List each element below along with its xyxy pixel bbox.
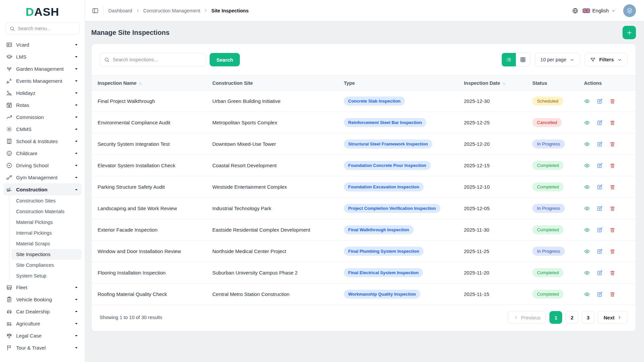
inspections-search-input[interactable] [113, 57, 202, 62]
page-button-3[interactable]: 3 [582, 311, 594, 324]
edit-button[interactable] [597, 248, 603, 254]
view-button[interactable] [584, 227, 590, 233]
globe-icon[interactable] [572, 7, 579, 14]
list-view-button[interactable] [502, 53, 516, 66]
table-row: Security System Integration TestDowntown… [92, 133, 636, 155]
view-button[interactable] [584, 205, 590, 212]
delete-button[interactable] [609, 98, 615, 104]
edit-button[interactable] [597, 98, 603, 104]
cell-inspection-date: 2025-11-30 [458, 219, 526, 241]
sidebar-item-school-institutes[interactable]: School & Institutes [3, 135, 82, 147]
sidebar-search-input[interactable] [18, 26, 80, 31]
sidebar-item-cmms[interactable]: CMMS [3, 123, 82, 135]
delete-button[interactable] [609, 141, 615, 147]
cell-inspection-name: Elevator System Installation Check [92, 155, 206, 176]
edit-button[interactable] [597, 141, 603, 147]
view-button[interactable] [584, 248, 590, 254]
sidebar-subitem-site-compliances[interactable]: Site Compliances [11, 260, 82, 270]
delete-button[interactable] [609, 163, 615, 169]
sidebar-item-driving-school[interactable]: Driving School [3, 159, 82, 171]
sidebar-item-fleet[interactable]: Fleet [3, 281, 82, 293]
sort-icon[interactable]: ↑↓ [139, 81, 142, 86]
sidebar-item-commission[interactable]: Commission [3, 111, 82, 123]
chevron-down-icon [74, 115, 79, 120]
view-button[interactable] [584, 291, 590, 297]
view-button[interactable] [584, 141, 590, 147]
sidebar-subitem-site-inspections[interactable]: Site Inspections [11, 249, 82, 260]
previous-page-button[interactable]: Previous [508, 311, 546, 324]
pagination: Previous 123 Next [508, 311, 628, 324]
type-badge: Structural Steel Framework Inspection [344, 139, 432, 148]
edit-button[interactable] [597, 120, 603, 126]
delete-button[interactable] [609, 205, 615, 212]
delete-button[interactable] [609, 270, 615, 276]
sidebar-item-rotas[interactable]: Rotas [3, 99, 82, 111]
sidebar-item-holidayz[interactable]: Holidayz [3, 87, 82, 99]
edit-icon [597, 120, 603, 126]
sidebar-subitem-material-pickings[interactable]: Material Pickings [11, 217, 82, 228]
breadcrumb-construction-management[interactable]: Construction Management [143, 8, 200, 13]
view-button[interactable] [584, 270, 590, 276]
view-button[interactable] [584, 163, 590, 169]
page-button-2[interactable]: 2 [566, 311, 578, 324]
sidebar-subitem-construction-sites[interactable]: Construction Sites [11, 195, 82, 206]
language-selector[interactable]: English [583, 8, 616, 13]
edit-icon [597, 163, 603, 169]
type-badge: Foundation Excavation Inspection [344, 182, 424, 191]
next-page-button[interactable]: Next [598, 311, 628, 324]
search-button[interactable]: Search [210, 53, 240, 66]
delete-button[interactable] [609, 227, 615, 233]
filters-label: Filters [599, 57, 614, 62]
chevron-down-icon [611, 8, 616, 13]
sidebar-subitem-construction-materials[interactable]: Construction Materials [11, 206, 82, 217]
sidebar-item-legal-case[interactable]: Legal Case [3, 329, 82, 342]
delete-button[interactable] [609, 291, 615, 297]
filters-button[interactable]: Filters [585, 53, 628, 66]
edit-button[interactable] [597, 270, 603, 276]
sort-icon[interactable]: ↑↓ [502, 81, 505, 86]
view-button[interactable] [584, 184, 590, 190]
breadcrumb-dashboard[interactable]: Dashboard [108, 8, 132, 13]
delete-button[interactable] [609, 248, 615, 254]
col-header-inspection-name[interactable]: Inspection Name↑↓ [92, 76, 206, 90]
sidebar-subitem-internal-pickings[interactable]: Internal Pickings [11, 228, 82, 238]
edit-button[interactable] [597, 184, 603, 190]
sidebar-item-construction[interactable]: Construction [3, 183, 82, 195]
sidebar-item-childcare[interactable]: Childcare [3, 147, 82, 159]
user-avatar[interactable] [623, 4, 636, 17]
sidebar-item-garden-management[interactable]: Garden Management [3, 63, 82, 75]
per-page-select[interactable]: 10 per page [535, 53, 580, 66]
sidebar-subitem-system-setup[interactable]: System Setup [11, 270, 82, 281]
delete-button[interactable] [609, 120, 615, 126]
grid-view-button[interactable] [516, 53, 530, 66]
cell-construction-site: Downtown Mixed-Use Tower [206, 133, 338, 155]
view-button[interactable] [584, 98, 590, 104]
cell-inspection-name: Parking Structure Safety Audit [92, 176, 206, 198]
sidebar-item-vehicle-booking[interactable]: Vehicle Booking [3, 293, 82, 305]
sidebar-item-lms[interactable]: LMS [3, 51, 82, 63]
sidebar-subitem-material-scraps[interactable]: Material Scraps [11, 238, 82, 249]
sidebar-item-label: Garden Management [16, 66, 70, 72]
sidebar-item-car-dealership[interactable]: Car Dealership [3, 305, 82, 317]
sidebar-item-label: Vehicle Booking [16, 297, 70, 302]
sidebar-item-events-management[interactable]: Events Management [3, 75, 82, 87]
col-header-inspection-date[interactable]: Inspection Date↑↓ [458, 76, 526, 90]
edit-button[interactable] [597, 205, 603, 212]
sidebar-item-agriculture[interactable]: Agriculture [3, 317, 82, 329]
edit-button[interactable] [597, 163, 603, 169]
eye-icon [584, 163, 590, 169]
delete-button[interactable] [609, 184, 615, 190]
cell-status: Scheduled [526, 90, 578, 112]
edit-button[interactable] [597, 227, 603, 233]
sidebar-item-gym-management[interactable]: Gym Management [3, 171, 82, 183]
view-button[interactable] [584, 120, 590, 126]
table-row: Elevator System Installation CheckCoasta… [92, 155, 636, 176]
add-inspection-button[interactable] [623, 26, 636, 39]
results-summary: Showing 1 to 10 of 30 results [100, 315, 162, 320]
sidebar-item-label: Commission [16, 114, 70, 120]
edit-button[interactable] [597, 291, 603, 297]
sidebar-item-tour-travel[interactable]: Tour & Travel [3, 342, 82, 354]
page-button-1[interactable]: 1 [549, 311, 562, 324]
sidebar-item-vcard[interactable]: Vcard [3, 39, 82, 51]
sidebar-toggle-icon[interactable] [92, 7, 99, 14]
